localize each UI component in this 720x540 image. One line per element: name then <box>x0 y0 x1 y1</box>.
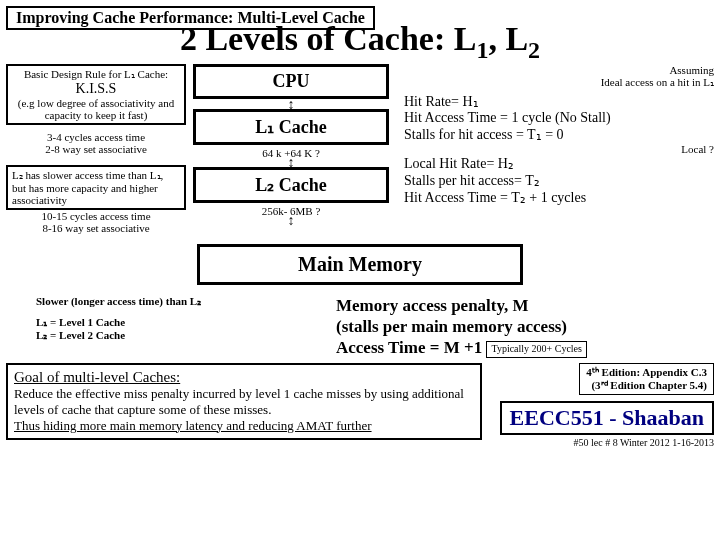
legend: Slower (longer access time) than L₂ L₁ =… <box>6 295 336 359</box>
l1-block: L₁ Cache <box>193 109 389 145</box>
arrow-icon: ↕ <box>186 217 396 225</box>
edition-box: 4ᵗʰ Edition: Appendix C.3 (3ʳᵈ Edition C… <box>579 363 714 395</box>
bottom-row: Goal of multi-level Caches: Reduce the e… <box>6 363 714 448</box>
local-q: Local ? <box>404 143 714 155</box>
assumption: Assuming Ideal access on a hit in L₁ <box>404 64 714 89</box>
l2-block: L₂ Cache <box>193 167 389 203</box>
l1-equations: Hit Rate= H₁ Hit Access Time = 1 cycle (… <box>404 93 714 143</box>
equations-col: Assuming Ideal access on a hit in L₁ Hit… <box>396 64 714 206</box>
hierarchy-blocks: CPU ↕ L₁ Cache 64 k +64 K ? ↕ L₂ Cache 2… <box>186 64 396 225</box>
typical-cycles-box: Typically 200+ Cycles <box>486 341 586 358</box>
l2-side-box: L₂ has slower access time than L₁, but h… <box>6 165 186 210</box>
main-memory-block: Main Memory <box>197 244 523 285</box>
diagram-row: Basic Design Rule for L₁ Cache: K.I.S.S … <box>6 64 714 234</box>
arrow-icon: ↕ <box>186 159 396 167</box>
l2-equations: Local Hit Rate= H₂ Stalls per hit access… <box>404 155 714 206</box>
footer: #50 lec # 8 Winter 2012 1-16-2013 <box>490 437 714 448</box>
l2-note: 10-15 cycles access time 8-16 way set as… <box>6 210 186 234</box>
course-box: EECC551 - Shaaban <box>500 401 714 435</box>
lower-row: Slower (longer access time) than L₂ L₁ =… <box>6 295 714 359</box>
l1-note: 3-4 cycles access time 2-8 way set assoc… <box>6 131 186 155</box>
left-notes: Basic Design Rule for L₁ Cache: K.I.S.S … <box>6 64 186 234</box>
cpu-block: CPU <box>193 64 389 99</box>
arrow-icon: ↕ <box>186 101 396 109</box>
goal-box: Goal of multi-level Caches: Reduce the e… <box>6 363 482 440</box>
design-rule-box: Basic Design Rule for L₁ Cache: K.I.S.S … <box>6 64 186 125</box>
penalty-text: Memory access penalty, M (stalls per mai… <box>336 295 714 359</box>
edition-course: 4ᵗʰ Edition: Appendix C.3 (3ʳᵈ Edition C… <box>490 363 714 448</box>
